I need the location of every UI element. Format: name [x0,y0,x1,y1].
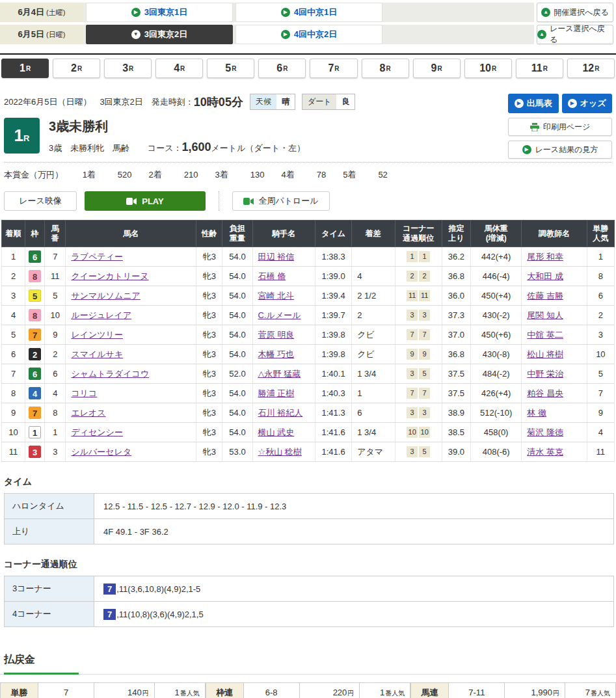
cell-sex-age: 牝3 [196,442,222,462]
cell-trainer-name-link[interactable]: 尾形 和幸 [527,252,563,262]
race-tab-3R[interactable]: 3R [104,59,152,78]
kaisai-link-tokyo1[interactable]: ▶ 3回東京1日 [86,3,233,22]
back-to-kaisai-button[interactable]: ▲ 開催選択へ戻る [537,3,613,22]
info-row: 4コーナー7,11(10,8)(3,6)(4,9)2,1,5 [5,602,614,627]
payout-row: 馬連7-111,990円7番人気 [411,683,616,698]
cell-horse-name-link[interactable]: サンマルソムニア [71,291,140,301]
cell-jockey-name-link[interactable]: 田辺 裕信 [258,252,295,262]
cell-corner-positions: 1010 [395,423,442,442]
cell-last-3f: 38.9 [442,403,470,423]
cell-body-weight: 446(-4) [470,267,521,286]
weather-label: 天候 [250,94,276,109]
cell-sex-age: 牝3 [196,247,222,267]
race-video-button[interactable]: レース映像 [4,191,77,211]
cell-trainer-name-link[interactable]: 粕谷 昌央 [527,388,563,398]
race-tab-5R[interactable]: 5R [207,59,254,78]
back-to-race-select-button[interactable]: ▲ レース選択へ戻る [537,25,613,44]
prize-item: 1着520 [83,170,132,180]
payout-heading: 払戻金 [4,653,612,667]
cell-body-weight: 430(-8) [470,345,521,364]
race-tab-6R[interactable]: 6R [258,59,306,78]
cell-jockey-name: 菅原 明良 [252,325,315,345]
track-label: ダート [302,94,337,109]
cell-trainer-name-link[interactable]: 佐藤 吉勝 [527,291,563,301]
race-tab-8R[interactable]: 8R [362,59,409,78]
tab-number: 1 [20,62,25,74]
frame-number-badge: 6 [29,368,41,380]
cell-jockey-name-link[interactable]: 宮崎 北斗 [258,291,295,301]
cell-trainer-name-link[interactable]: 大和田 成 [527,271,563,281]
kaisai-link-tokyo2-selected[interactable]: ▼ 3回東京2日 [86,25,233,44]
odds-button-label: オッズ [580,98,606,109]
kaisai-row-saturday: 6月4日 (土曜) ▶ 3回東京1日 ▶ 4回中京1日 ▲ 開催選択へ戻る [0,3,613,22]
corner-leader-number: 7 [103,609,116,620]
cell-body-weight: 484(-2) [470,364,521,384]
kaisai-link-chukyo2[interactable]: ▶ 4回中京2日 [235,25,382,44]
race-tab-10R[interactable]: 10R [464,59,512,78]
race-tab-12R[interactable]: 12R [567,59,615,78]
prize-item: 2着210 [149,170,198,180]
cell-jockey-name-link[interactable]: △永野 猛蔵 [258,369,301,379]
cell-jockey-name-link[interactable]: 横山 武史 [258,427,295,437]
cell-trainer-name-link[interactable]: 菊沢 隆徳 [527,427,563,437]
cell-jockey-name-link[interactable]: 勝浦 正樹 [258,388,295,398]
cell-horse-name-link[interactable]: シャムトラダイコウ [71,369,149,379]
race-tab-4R[interactable]: 4R [155,59,203,78]
patrol-video-button[interactable]: 全周パトロール [232,191,330,211]
odds-button[interactable]: ▶ オッズ [562,94,613,113]
corner-position-box: 5 [419,446,430,457]
cell-horse-name-link[interactable]: ラブペティー [71,252,123,262]
cell-horse-name-link[interactable]: シルバーセレタ [71,447,131,457]
kaisai-link-chukyo1[interactable]: ▶ 4回中京1日 [235,3,382,22]
race-tab-2R[interactable]: 2R [53,59,100,78]
cell-jockey-name-link[interactable]: C.ルメール [258,310,301,320]
play-circle-icon: ▶ [568,99,577,108]
cell-horse-name-link[interactable]: エレオス [71,408,105,418]
cell-finish-position: 4 [2,306,25,325]
cell-sex-age: 牝3 [196,325,222,345]
info-row-label: ハロンタイム [5,494,94,519]
cell-trainer-name-link[interactable]: 中舘 英二 [527,330,563,340]
cell-jockey-name-link[interactable]: 菅原 明良 [258,330,295,340]
cell-horse-name-link[interactable]: コリコ [71,388,97,398]
race-tab-7R[interactable]: 7R [310,59,357,78]
cell-finish-position: 1 [2,247,25,267]
cell-horse-name-link[interactable]: ディセンシー [71,427,123,437]
cell-frame-number: 8 [25,306,45,325]
tab-number: 7 [328,62,334,74]
back-button-label: レース選択へ戻る [550,23,613,46]
cell-jockey-name-link[interactable]: 石川 裕紀人 [258,408,303,418]
race-tab-11R[interactable]: 11R [516,59,563,78]
cell-trainer-name-link[interactable]: 林 徹 [527,408,546,418]
cell-jockey-name: 石川 裕紀人 [252,403,315,423]
cell-trainer-name-link[interactable]: 清水 英克 [527,447,563,457]
cell-horse-name-link[interactable]: ルージュレイア [71,310,131,320]
cell-jockey-name-link[interactable]: 石橋 脩 [258,271,286,281]
cell-horse-name-link[interactable]: クイーンカトリーヌ [71,271,148,281]
tab-number: 4 [174,62,180,74]
results-row: 1011ディセンシー牝354.0横山 武史1:41.61 3/4101038.5… [2,423,615,442]
entries-button[interactable]: ▶ 出馬表 [508,94,559,113]
cell-trainer-name-link[interactable]: 尾関 知人 [527,310,563,320]
cell-trainer-name-link[interactable]: 松山 将樹 [527,349,563,359]
cell-finish-position: 10 [2,423,25,442]
race-tab-9R[interactable]: 9R [413,59,461,78]
cell-margin: 2 1/2 [352,286,395,306]
cell-trainer-name-link[interactable]: 中野 栄治 [527,369,563,379]
cell-horse-name-link[interactable]: スマイルサキ [71,349,123,359]
cell-jockey-name-link[interactable]: ☆秋山 稔樹 [258,447,302,457]
print-page-button[interactable]: 印刷用ページ [508,118,612,136]
play-button[interactable]: PLAY [85,191,206,211]
cell-corner-positions: 22 [395,267,442,286]
corner-position-box: 10 [419,427,430,438]
day-label: (土曜) [46,8,65,18]
up-circle-icon: ▲ [537,30,546,39]
tab-number: 8 [380,62,386,74]
cell-jockey-name-link[interactable]: 木幡 巧也 [258,349,295,359]
cell-time: 1:39.8 [315,325,351,345]
result-guide-button[interactable]: ▶ レース結果の見方 [508,141,612,159]
race-tab-1R[interactable]: 1R [1,59,49,78]
cell-sex-age: 牝3 [196,267,222,286]
cell-horse-name-link[interactable]: レインツリー [71,330,123,340]
corner-position-box: 9 [419,349,430,360]
